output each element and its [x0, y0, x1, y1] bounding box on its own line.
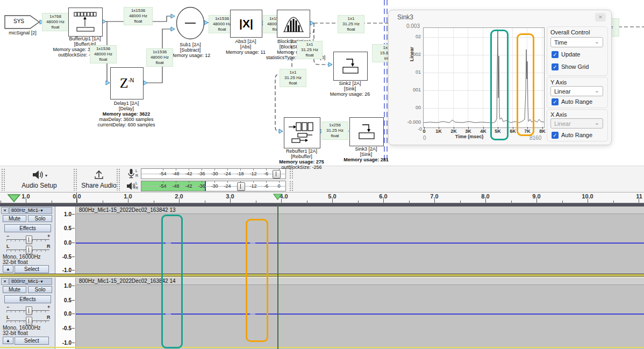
bufferup-outblocksize: outBlockSize: - — [47, 52, 90, 58]
close-icon[interactable]: ✕ — [595, 13, 606, 22]
ruler-label: 7.0 — [430, 193, 438, 200]
signal-label: 1x131.25 Hzfloat — [280, 69, 306, 87]
recording-meter[interactable]: LR -54 -48 -42 -36 -30 -24 -18 -12 -6 0 — [123, 168, 300, 180]
playback-meter[interactable]: LR -54 -48 -42 -36 -30 -24 -18 -12 -6 0 — [123, 181, 300, 192]
x-tick: 4K — [480, 129, 486, 134]
update-checkbox[interactable]: ✓ — [552, 51, 559, 58]
meter-scale-label: -12 — [249, 183, 256, 189]
delay-caption: Delay1 [2A] [Delay] Memory usage: 3622 m… — [89, 101, 164, 127]
dropdown-arrow-icon: ▾ — [45, 173, 47, 178]
histogram-icon — [282, 13, 305, 34]
speaker-icon — [126, 182, 135, 190]
block-sink2[interactable] — [333, 52, 368, 81]
y-tick: 001 — [409, 87, 421, 92]
toolbar-grip[interactable] — [116, 168, 120, 191]
clip-title[interactable]: 800Hz_Mic1-15_2022Dec02_163842 13 — [76, 206, 644, 214]
ruler-label: 2.0 — [175, 193, 183, 200]
mute-button[interactable]: Mute — [3, 286, 26, 293]
track-close-icon[interactable]: ✕ — [1, 207, 9, 214]
meter-scale-label: -24 — [224, 171, 231, 176]
track-2-amplitude-ruler[interactable]: 1.0 0.5 0.0 -0.5 -1.0 — [55, 277, 76, 349]
y-scale-dropdown[interactable]: Linear⌄ — [550, 86, 603, 96]
sys-signal-label: micSignal [2] — [1, 30, 44, 35]
track-2: 800Hz_Mic1-15_2022Dec02_163842 14 ✕ 800H… — [0, 277, 644, 349]
selected-track-border-bottom — [0, 347, 644, 348]
x-auto-range-checkbox[interactable]: ✓ — [552, 132, 559, 139]
collapse-button[interactable]: ▲ — [3, 265, 13, 273]
solo-button[interactable]: Solo — [28, 286, 52, 293]
bufferup-memory: Memory usage: 3 — [47, 47, 90, 52]
blockstatistics1-caption: BlockStatistics1 [ [BlockStatistics Memo… — [255, 39, 336, 60]
amplitude-label: -1.0 — [62, 267, 71, 273]
block-rebuffer1[interactable] — [284, 117, 320, 148]
timeline-ruler[interactable]: 1.0 0.0 1.0 2.0 3.0 4.0 5.0 6.0 7.0 8.0 … — [0, 193, 644, 203]
screen: SYS micSignal [2] BufferUp1 [1A] [Buffer… — [0, 0, 644, 349]
abs-icon: |X| — [239, 17, 253, 30]
y-max-label: 0.003 — [399, 23, 420, 29]
meter-scale-label: -30 — [211, 171, 218, 176]
pan-slider[interactable] — [26, 317, 32, 325]
meter-channel-labels: LR — [135, 181, 138, 190]
track-name-menu[interactable]: 800Hz_Mic1-▼ — [9, 207, 52, 214]
gain-plus-label: + — [47, 304, 50, 310]
ruler-label: 5.0 — [328, 193, 336, 200]
toolbar-grip[interactable] — [289, 181, 293, 191]
y-auto-range-checkbox[interactable]: ✓ — [552, 98, 559, 105]
time-zero-marker — [76, 193, 77, 203]
collapse-button[interactable]: ▲ — [3, 337, 13, 344]
toolbar-grip[interactable] — [73, 168, 77, 191]
solo-button[interactable]: Solo — [28, 215, 52, 222]
x-tick: 3K — [465, 129, 471, 134]
show-grid-checkbox[interactable]: ✓ — [552, 63, 559, 70]
signal-label: 1x131.25 Hzfloat — [338, 15, 364, 33]
select-button[interactable]: Select — [15, 265, 49, 273]
gain-minus-label: − — [6, 233, 9, 239]
ruler-label: 1.0 — [22, 193, 30, 200]
audio-setup-button[interactable]: ▾ Audio Setup — [8, 168, 71, 191]
effects-button[interactable]: Effects — [4, 295, 51, 303]
domain-dropdown[interactable]: Time⌄ — [550, 37, 603, 47]
orange-annotation-plot — [517, 33, 534, 136]
track-1: 800Hz_Mic1-15_2022Dec02_163842 13 ✕ 800H… — [0, 206, 644, 274]
x-scale-dropdown[interactable]: Linear⌄ — [550, 118, 603, 129]
block-delay1[interactable]: Z-N — [110, 67, 144, 99]
meter-scale-label: -36 — [198, 171, 205, 176]
share-audio-button[interactable]: Share Audio — [78, 168, 119, 191]
track-close-icon[interactable]: ✕ — [1, 278, 9, 285]
block-abs3[interactable]: |X| — [230, 10, 262, 38]
track-name-menu[interactable]: 800Hz_Mic1-▼ — [9, 278, 52, 285]
signal-label: 1x25631.25 Hzfloat — [321, 122, 348, 140]
pan-right-label: R — [47, 244, 51, 249]
play-marker-icon[interactable] — [8, 194, 20, 202]
amplitude-label: -0.5 — [62, 325, 71, 331]
y-auto-range-label: Auto Range — [561, 98, 592, 105]
block-blockstatistics1[interactable] — [277, 10, 310, 38]
recording-volume-slider[interactable] — [273, 170, 281, 179]
y-origin-label: -0 — [410, 126, 422, 132]
track-1-amplitude-ruler[interactable]: 1.0 0.5 0.0 -0.5 -1.0 — [55, 206, 76, 274]
pan-slider[interactable] — [26, 246, 32, 254]
block-sink3[interactable] — [349, 117, 384, 146]
select-button[interactable]: Select — [15, 337, 49, 345]
toolbar-grip[interactable] — [289, 168, 293, 179]
meter-scale-label: -42 — [185, 183, 192, 189]
pan-right-label: R — [47, 315, 51, 320]
y-axis-group: Y Axis Linear⌄ ✓ Auto Range — [547, 77, 608, 108]
meter-scale-label: 0 — [277, 183, 280, 189]
gain-slider[interactable] — [26, 307, 32, 315]
block-sub1[interactable] — [176, 6, 205, 42]
gain-slider[interactable] — [26, 236, 32, 244]
mute-button[interactable]: Mute — [3, 215, 26, 222]
meter-scale-label: -24 — [224, 183, 231, 189]
effects-button[interactable]: Effects — [4, 224, 51, 232]
orange-annotation-tracks — [246, 219, 268, 342]
block-bufferup1[interactable] — [68, 8, 103, 37]
playback-volume-slider[interactable] — [237, 182, 245, 191]
amplitude-label: -0.5 — [62, 254, 71, 260]
ruler-label: 10.0 — [582, 193, 593, 200]
playhead-marker-icon[interactable] — [273, 194, 282, 200]
sys-label: SYS — [5, 19, 33, 24]
microphone-icon — [127, 168, 135, 179]
toolbar-grip[interactable] — [1, 168, 5, 191]
x-auto-range-label: Auto Range — [561, 132, 592, 138]
